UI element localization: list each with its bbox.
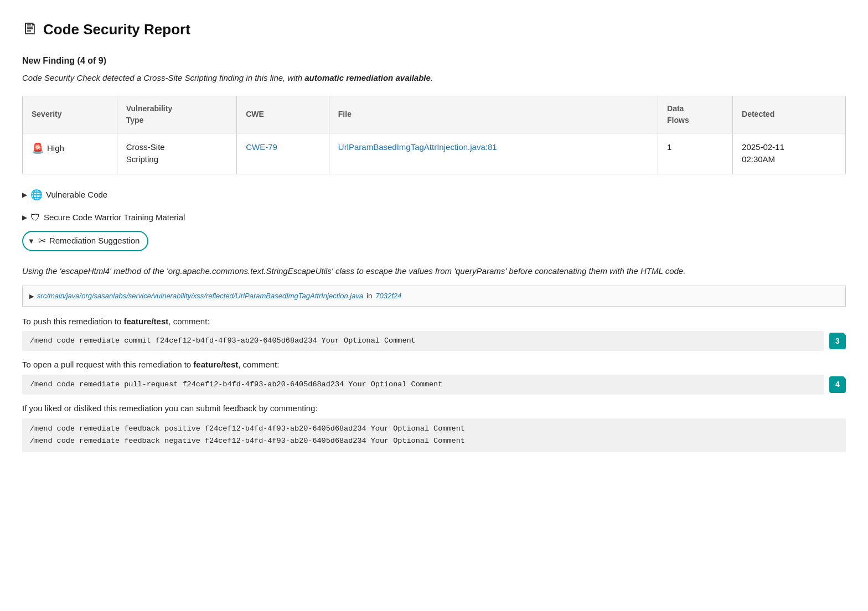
training-section[interactable]: ▶ 🛡 Secure Code Warrior Training Materia… bbox=[22, 208, 846, 227]
feedback-label: If you liked or disliked this remediatio… bbox=[22, 402, 846, 415]
feedback-negative-command: /mend code remediate feedback negative f… bbox=[30, 435, 838, 448]
file-ref-path-link[interactable]: src/main/java/org/sasanlabs/service/vuln… bbox=[37, 291, 363, 302]
training-icon: 🛡 bbox=[30, 210, 40, 225]
vulnerable-code-label: Vulnerable Code bbox=[46, 189, 107, 201]
push-commit-section: To push this remediation to feature/test… bbox=[22, 315, 846, 351]
col-detected: Detected bbox=[733, 96, 846, 133]
cwe-link[interactable]: CWE-79 bbox=[246, 142, 277, 152]
file-cell: UrlParamBasedImgTagAttrInjection.java:81 bbox=[329, 133, 658, 174]
training-label: Secure Code Warrior Training Material bbox=[44, 211, 185, 224]
push-label: To push this remediation to feature/test… bbox=[22, 315, 846, 328]
remediation-section-header[interactable]: ▼ ✂ Remediation Suggestion bbox=[22, 231, 148, 252]
remediation-description: Using the 'escapeHtml4' method of the 'o… bbox=[22, 265, 846, 278]
detected-cell: 2025-02-1102:30AM bbox=[733, 133, 846, 174]
finding-title: New Finding (4 of 9) bbox=[22, 54, 846, 68]
severity-label: High bbox=[47, 142, 64, 155]
feedback-commands-box: /mend code remediate feedback positive f… bbox=[22, 418, 846, 453]
vulnerable-code-section[interactable]: ▶ 🌐 Vulnerable Code bbox=[22, 185, 846, 205]
push-branch: feature/test bbox=[123, 317, 168, 326]
col-data-flows: DataFlows bbox=[658, 96, 733, 133]
col-severity: Severity bbox=[23, 96, 117, 133]
finding-desc-bold: automatic remediation available bbox=[304, 73, 431, 82]
pr-prefix: To open a pull request with this remedia… bbox=[22, 360, 193, 369]
vulnerable-code-arrow: ▶ bbox=[22, 190, 27, 200]
pr-command-box: /mend code remediate pull-request f24cef… bbox=[22, 375, 824, 395]
cwe-cell: CWE-79 bbox=[237, 133, 329, 174]
page-title: Code Security Report bbox=[43, 19, 190, 40]
vulnerable-code-icon: 🌐 bbox=[30, 188, 43, 203]
push-command-box: /mend code remediate commit f24cef12-b4f… bbox=[22, 331, 824, 351]
remediation-arrow: ▼ bbox=[28, 236, 35, 247]
push-command-row: /mend code remediate commit f24cef12-b4f… bbox=[22, 331, 846, 351]
training-arrow: ▶ bbox=[22, 213, 27, 222]
file-reference-box: ▶ src/main/java/org/sasanlabs/service/vu… bbox=[22, 286, 846, 307]
feedback-section: If you liked or disliked this remediatio… bbox=[22, 402, 846, 452]
file-ref-in-text: in bbox=[366, 291, 372, 302]
pr-command-row: /mend code remediate pull-request f24cef… bbox=[22, 375, 846, 395]
col-file: File bbox=[329, 96, 658, 133]
findings-table: Severity VulnerabilityType CWE File Data… bbox=[22, 96, 846, 174]
pr-branch: feature/test bbox=[193, 360, 238, 369]
vulnerability-type: Cross-SiteScripting bbox=[126, 142, 165, 164]
finding-desc-prefix: Code Security Check detected a Cross-Sit… bbox=[22, 73, 304, 82]
page-header: 🖹 Code Security Report bbox=[22, 18, 846, 41]
table-row: 🚨 High Cross-SiteScripting CWE-79 UrlPar… bbox=[23, 133, 846, 174]
col-cwe: CWE bbox=[237, 96, 329, 133]
table-header-row: Severity VulnerabilityType CWE File Data… bbox=[23, 96, 846, 133]
severity-cell: 🚨 High bbox=[23, 133, 117, 174]
pr-suffix: , comment: bbox=[238, 360, 279, 369]
finding-desc-suffix: . bbox=[431, 73, 433, 82]
file-link[interactable]: UrlParamBasedImgTagAttrInjection.java:81 bbox=[338, 142, 497, 152]
remediation-icon: ✂ bbox=[38, 234, 46, 248]
pull-request-section: To open a pull request with this remedia… bbox=[22, 359, 846, 395]
col-vuln-type: VulnerabilityType bbox=[117, 96, 236, 133]
severity-icon: 🚨 bbox=[32, 141, 44, 156]
report-icon: 🖹 bbox=[22, 18, 38, 41]
data-flows-cell: 1 bbox=[658, 133, 733, 174]
feedback-positive-command: /mend code remediate feedback positive f… bbox=[30, 423, 838, 436]
vulnerability-type-cell: Cross-SiteScripting bbox=[117, 133, 236, 174]
file-ref-arrow: ▶ bbox=[29, 292, 34, 301]
push-prefix: To push this remediation to bbox=[22, 317, 123, 326]
push-badge: 3 bbox=[829, 333, 846, 349]
file-ref-commit-link[interactable]: 7032f24 bbox=[375, 291, 401, 302]
finding-description: Code Security Check detected a Cross-Sit… bbox=[22, 72, 846, 85]
push-suffix: , comment: bbox=[168, 317, 209, 326]
remediation-label: Remediation Suggestion bbox=[49, 235, 140, 247]
pr-label: To open a pull request with this remedia… bbox=[22, 359, 846, 371]
pr-badge: 4 bbox=[829, 376, 846, 393]
